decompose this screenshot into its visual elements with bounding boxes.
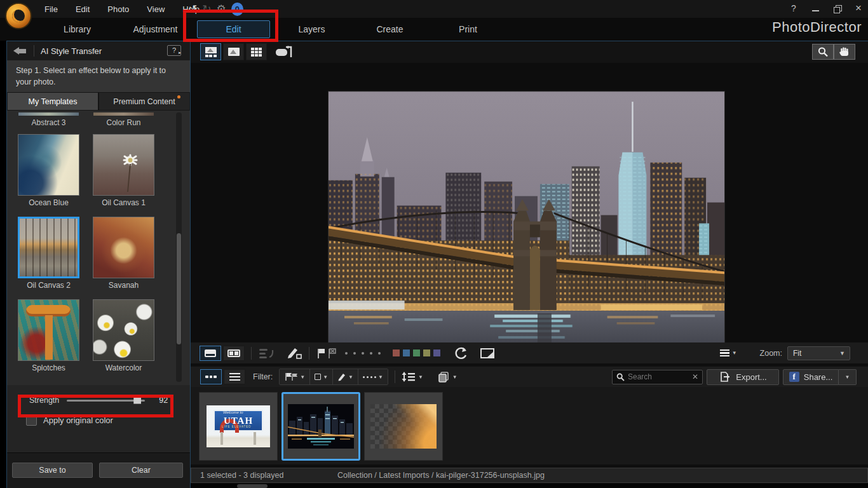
viewer-bottom-toolbar: ▼ Zoom: Fit ▼ — [191, 342, 868, 363]
adjustment-pencil-icon[interactable] — [285, 347, 302, 360]
clear-search-icon[interactable]: ✕ — [692, 372, 698, 381]
template-ocean-blue[interactable]: Ocean Blue — [18, 134, 79, 207]
list-mode-icon — [229, 373, 240, 381]
share-button[interactable]: f Share... — [783, 369, 839, 385]
template-splotches[interactable]: Splotches — [18, 299, 79, 372]
display-options-icon[interactable]: ▼ — [720, 349, 737, 357]
template-abstract3[interactable]: Abstract 3 — [18, 112, 79, 127]
tab-library[interactable]: Library — [38, 20, 116, 38]
rotate-canvas-icon[interactable] — [273, 44, 294, 60]
menu-photo[interactable]: Photo — [100, 2, 137, 17]
hscrollbar-thumb[interactable] — [237, 484, 268, 488]
filmstrip-item-gradient[interactable] — [364, 392, 443, 461]
template-scrollbar[interactable] — [176, 112, 182, 382]
undo-icon[interactable]: ↺ — [188, 4, 197, 15]
transparent-gradient-thumb[interactable] — [370, 404, 437, 449]
filter-label: Filter: — [253, 372, 273, 381]
color-label-swatches[interactable] — [392, 349, 441, 357]
template-thumb-selected[interactable] — [18, 217, 79, 278]
rotate-left-icon[interactable] — [452, 346, 469, 360]
help-button[interactable]: ? — [788, 3, 799, 14]
list-mode-button[interactable] — [224, 369, 245, 384]
search-input[interactable] — [628, 372, 692, 381]
history-icon[interactable] — [258, 347, 276, 360]
tab-layers[interactable]: Layers — [273, 20, 351, 38]
edited-photo[interactable] — [328, 91, 725, 356]
menu-file[interactable]: File — [37, 2, 65, 17]
grid-view-button[interactable] — [246, 43, 267, 60]
template-thumb-partial[interactable] — [93, 112, 154, 116]
filmstrip-item-utah[interactable]: UTAH Welcome to LIFE ELEVATED — [199, 392, 278, 461]
filter-edited-button[interactable]: ▼ — [333, 369, 358, 384]
apply-original-color-checkbox[interactable] — [26, 415, 37, 426]
template-thumb[interactable] — [93, 217, 154, 278]
utah-billboard-thumb[interactable]: UTAH Welcome to LIFE ELEVATED — [207, 405, 270, 447]
tab-create[interactable]: Create — [351, 20, 429, 38]
template-color-run[interactable]: Color Run — [93, 112, 154, 127]
share-dropdown-button[interactable]: ▼ — [839, 369, 857, 385]
flags-icon — [284, 372, 298, 381]
photo-canvas[interactable] — [191, 63, 868, 342]
panel-header: AI Style Transfer ? — [7, 41, 190, 60]
zoom-value: Fit — [793, 349, 801, 358]
single-view-button[interactable] — [223, 43, 244, 60]
horizontal-scrollbar[interactable] — [191, 484, 868, 488]
color-swatch[interactable] — [412, 349, 421, 357]
template-oil-canvas-1[interactable]: Oil Canvas 1 — [93, 134, 154, 207]
stack-button[interactable]: ▼ — [437, 371, 458, 383]
panel-help-icon[interactable]: ? — [167, 45, 181, 56]
filter-rating-button[interactable]: ▼ — [358, 369, 388, 384]
template-watercolor[interactable]: Watercolor — [93, 299, 154, 372]
nyc-skyline-thumb[interactable] — [288, 404, 354, 449]
close-button[interactable]: × — [853, 3, 864, 14]
slider-thumb[interactable] — [133, 395, 141, 404]
search-box[interactable]: ✕ — [612, 370, 703, 384]
tab-my-templates[interactable]: My Templates — [7, 92, 98, 111]
template-source-tabs: My Templates Premium Content — [7, 92, 190, 111]
notification-badge[interactable]: 0 — [231, 3, 243, 16]
sort-button[interactable]: ▼ — [402, 372, 423, 382]
single-pane-button[interactable] — [200, 346, 221, 361]
strength-slider[interactable] — [67, 400, 145, 402]
zoom-dropdown[interactable]: Fit ▼ — [787, 346, 850, 360]
color-swatch[interactable] — [402, 349, 410, 357]
template-thumb-partial[interactable] — [18, 112, 79, 116]
color-swatch[interactable] — [433, 349, 441, 357]
thumbnail-mode-button[interactable] — [200, 369, 222, 384]
template-thumb[interactable] — [93, 299, 154, 361]
redo-icon[interactable]: ↻ — [202, 4, 211, 15]
filmstrip-item-nyc-selected[interactable] — [281, 392, 360, 461]
crop-canvas-icon[interactable] — [479, 346, 497, 360]
back-arrow-icon[interactable] — [13, 46, 27, 55]
color-swatch[interactable] — [423, 349, 431, 357]
template-thumb[interactable] — [93, 134, 154, 196]
color-swatch[interactable] — [392, 349, 400, 357]
tab-edit[interactable]: Edit — [197, 20, 270, 38]
flag-icons[interactable] — [316, 347, 339, 360]
clear-button[interactable]: Clear — [99, 463, 183, 478]
browser-view-button[interactable] — [200, 43, 221, 60]
template-grid: Abstract 3 Color Run Ocean Blue — [7, 111, 190, 385]
rating-dots[interactable] — [345, 352, 381, 355]
pan-tool-button[interactable] — [834, 44, 855, 60]
tab-adjustment[interactable]: Adjustment — [116, 20, 194, 38]
filter-label-button[interactable]: ▼ — [310, 369, 333, 384]
template-thumb[interactable] — [18, 299, 79, 361]
template-oil-canvas-2[interactable]: Oil Canvas 2 — [18, 217, 79, 290]
menu-view[interactable]: View — [139, 2, 172, 17]
strength-control: Strength 92 — [7, 390, 190, 410]
export-button[interactable]: Export... — [707, 369, 779, 385]
scrollbar-thumb[interactable] — [177, 233, 181, 344]
menu-edit[interactable]: Edit — [68, 2, 97, 17]
minimize-button[interactable] — [810, 3, 821, 14]
compare-pane-button[interactable] — [223, 346, 245, 361]
restore-button[interactable] — [831, 3, 843, 14]
template-thumb[interactable] — [18, 134, 79, 196]
zoom-tool-button[interactable] — [812, 44, 834, 60]
tab-print[interactable]: Print — [429, 20, 507, 38]
tab-premium-content[interactable]: Premium Content — [98, 92, 190, 111]
template-savanah[interactable]: Savanah — [93, 217, 154, 290]
filter-flags-button[interactable]: ▼ — [280, 369, 310, 384]
settings-gear-icon[interactable]: ⚙ — [217, 4, 226, 15]
save-to-button[interactable]: Save to — [12, 463, 93, 478]
